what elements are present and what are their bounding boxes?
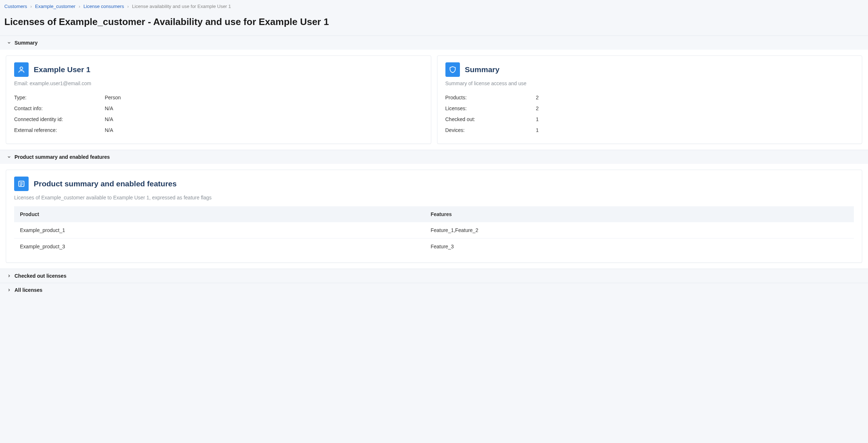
breadcrumb-license-consumers[interactable]: License consumers — [83, 4, 124, 9]
chevron-right-icon — [7, 288, 12, 292]
breadcrumb: Customers › Example_customer › License c… — [0, 0, 868, 13]
breadcrumb-current: License availability and use for Example… — [132, 4, 231, 9]
summary-devices-value: 1 — [536, 127, 539, 133]
user-card-title: Example User 1 — [34, 65, 90, 74]
user-identity-value: N/A — [105, 116, 113, 122]
table-cell-product: Example_product_1 — [14, 222, 425, 239]
section-toggle-summary[interactable]: Summary — [0, 36, 868, 50]
user-type-label: Type: — [14, 95, 105, 100]
shield-icon — [445, 62, 460, 77]
product-summary-card: Product summary and enabled features Lic… — [6, 170, 862, 263]
table-cell-features: Feature_3 — [425, 239, 854, 255]
section-toggle-all-licenses-label: All licenses — [14, 287, 42, 293]
summary-card-title: Summary — [465, 65, 500, 74]
summary-cards-row: Example User 1 Email: example.user1@emai… — [0, 50, 868, 150]
summary-licenses-label: Licenses: — [445, 105, 536, 111]
user-card: Example User 1 Email: example.user1@emai… — [6, 55, 431, 144]
breadcrumb-customers[interactable]: Customers — [4, 4, 27, 9]
svg-point-0 — [20, 67, 22, 70]
summary-products-label: Products: — [445, 95, 536, 100]
table-header-features: Features — [425, 206, 854, 222]
user-extref-value: N/A — [105, 127, 113, 133]
chevron-right-icon: › — [126, 4, 130, 9]
section-toggle-product-summary-label: Product summary and enabled features — [14, 154, 110, 160]
user-type-value: Person — [105, 95, 121, 100]
table-row: Example_product_3 Feature_3 — [14, 239, 854, 255]
chevron-down-icon — [7, 41, 12, 45]
product-summary-card-title: Product summary and enabled features — [34, 179, 176, 188]
section-toggle-all-licenses[interactable]: All licenses — [0, 283, 868, 297]
product-summary-card-sub: Licenses of Example_customer available t… — [14, 195, 854, 200]
breadcrumb-example-customer[interactable]: Example_customer — [35, 4, 75, 9]
section-toggle-product-summary[interactable]: Product summary and enabled features — [0, 150, 868, 164]
summary-devices-label: Devices: — [445, 127, 536, 133]
chevron-right-icon: › — [78, 4, 81, 9]
summary-licenses-value: 2 — [536, 105, 539, 111]
user-card-email: Email: example.user1@email.com — [14, 80, 423, 86]
summary-products-value: 2 — [536, 95, 539, 100]
table-cell-features: Feature_1,Feature_2 — [425, 222, 854, 239]
summary-checked-value: 1 — [536, 116, 539, 122]
table-cell-product: Example_product_3 — [14, 239, 425, 255]
section-toggle-checked-out[interactable]: Checked out licenses — [0, 269, 868, 283]
list-icon — [14, 177, 29, 191]
section-toggle-checked-out-label: Checked out licenses — [14, 273, 66, 279]
page-title: Licenses of Example_customer - Availabil… — [0, 13, 868, 36]
user-icon — [14, 62, 29, 77]
product-features-table: Product Features Example_product_1 Featu… — [14, 206, 854, 254]
chevron-right-icon — [7, 274, 12, 278]
user-contact-value: N/A — [105, 105, 113, 111]
user-identity-label: Connected identity id: — [14, 116, 105, 122]
section-toggle-summary-label: Summary — [14, 40, 38, 46]
chevron-right-icon: › — [29, 4, 33, 9]
chevron-down-icon — [7, 155, 12, 159]
table-header-product: Product — [14, 206, 425, 222]
summary-card-sub: Summary of license access and use — [445, 80, 854, 86]
summary-card: Summary Summary of license access and us… — [437, 55, 863, 144]
user-extref-label: External reference: — [14, 127, 105, 133]
summary-checked-label: Checked out: — [445, 116, 536, 122]
table-row: Example_product_1 Feature_1,Feature_2 — [14, 222, 854, 239]
user-contact-label: Contact info: — [14, 105, 105, 111]
